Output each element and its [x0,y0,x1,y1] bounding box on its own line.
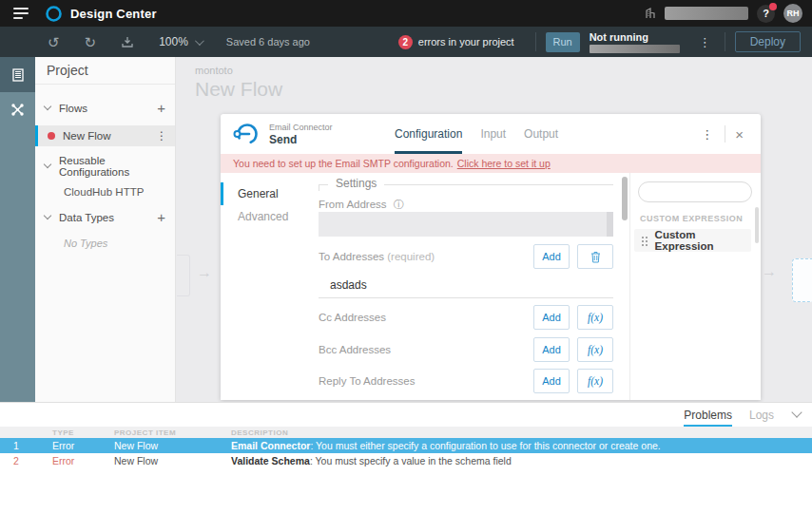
masked-account-name [665,7,748,20]
problem-row[interactable]: 2 Error New Flow Validate Schema: You mu… [0,453,812,468]
help-label: ? [763,8,769,19]
add-to-address-button[interactable]: Add [533,244,570,269]
tab-configuration[interactable]: Configuration [395,114,462,154]
breadcrumb[interactable]: montoto [195,65,233,76]
from-address-label: From Address ⓘ [319,198,404,212]
run-button[interactable]: Run [546,32,580,52]
toolbar-divider [725,32,725,51]
banner-setup-link[interactable]: Click here to set it up [457,158,551,169]
flow-node-email-send[interactable] [792,258,812,302]
avatar[interactable]: RH [783,4,802,23]
required-hint: (required) [387,251,435,262]
run-status-label: Not running [590,31,680,43]
email-connector-icon [232,120,261,148]
zoom-level: 100% [159,35,188,48]
expression-palette: CUSTOM EXPRESSION Custom Expression [629,173,761,400]
palette-search-input[interactable] [638,181,752,202]
connector-type-label: Email Connector [269,123,333,132]
cc-expression-button[interactable]: f(x) [577,305,613,330]
to-address-input[interactable] [319,272,613,298]
close-icon[interactable]: × [729,126,749,143]
tab-problems[interactable]: Problems [684,403,732,427]
error-count-label: errors in your project [418,36,514,48]
problem-row[interactable]: 1 Error New Flow Email Connector: You mu… [0,438,812,453]
flow-node-partial[interactable] [177,255,190,296]
settings-legend: Settings [328,177,384,190]
palette-section-header: CUSTOM EXPRESSION [640,214,761,223]
tree-section-data-types[interactable]: Data Types + [35,207,175,227]
tree-item-cloudhub-http[interactable]: CloudHub HTTP [35,181,175,201]
row-type: Error [52,440,114,451]
settings-form: Settings From Address ⓘ To Addresses (re… [319,173,613,400]
tab-output[interactable]: Output [524,114,558,154]
data-types-label: Data Types [59,212,114,223]
from-address-field[interactable] [319,212,613,237]
redo-icon[interactable]: ↻ [85,35,97,49]
smtp-warning-banner: You need to set up the Email SMTP config… [221,154,761,173]
tab-logs[interactable]: Logs [749,403,774,427]
flow-options-kebab-icon[interactable]: ⋮ [156,129,167,143]
add-flow-button[interactable]: + [157,101,165,115]
email-send-dialog: Email Connector Send Configuration Input… [221,114,761,400]
collapse-panel-icon[interactable] [791,407,802,417]
row-description: Validate Schema: You must specify a valu… [231,455,812,466]
delete-to-address-button[interactable] [577,244,613,269]
row-project-item: New Flow [114,455,231,466]
trash-icon [590,251,601,263]
rail-project-explorer[interactable] [0,57,35,92]
no-types-label: No Types [64,238,107,249]
tree-item-new-flow[interactable]: New Flow ⋮ [35,125,175,146]
deploy-button[interactable]: Deploy [735,31,801,52]
undo-icon[interactable]: ↺ [48,35,60,49]
drag-handle-icon[interactable] [641,236,648,246]
add-reply-to-address-button[interactable]: Add [533,369,570,393]
palette-scrollbar[interactable] [755,207,759,243]
run-options-kebab-icon[interactable]: ⋮ [695,35,715,49]
reply-to-addresses-row: Reply To Addresses Add f(x) [319,367,613,395]
no-types-placeholder: No Types [35,233,175,253]
nav-general[interactable]: General [221,182,316,205]
bcc-expression-button[interactable]: f(x) [577,337,613,362]
add-bcc-address-button[interactable]: Add [533,337,570,362]
add-data-type-button[interactable]: + [157,210,165,224]
notification-dot [769,3,777,10]
nav-advanced[interactable]: Advanced [221,205,316,228]
form-scrollbar[interactable] [622,177,628,396]
bcc-addresses-row: Bcc Addresses Add f(x) [319,335,613,364]
dialog-body: General Advanced Settings From Address ⓘ… [221,173,761,400]
project-panel: Project Flows + New Flow ⋮ Reusable Conf… [35,57,176,402]
custom-expression-item[interactable]: Custom Expression [634,229,751,252]
left-rail [0,57,35,402]
chevron-down-icon [44,103,51,110]
zoom-control[interactable]: 100% [159,35,202,48]
organization-icon [645,8,656,19]
info-icon[interactable]: ⓘ [394,199,404,210]
from-address-label-text: From Address [319,199,387,210]
avatar-initials: RH [787,9,800,18]
export-icon[interactable] [121,35,134,48]
reply-to-expression-button[interactable]: f(x) [577,369,613,393]
tab-input[interactable]: Input [480,114,506,154]
add-cc-address-button[interactable]: Add [533,305,570,330]
hamburger-menu-icon[interactable] [13,8,29,19]
chevron-down-icon [44,161,51,168]
dialog-kebab-icon[interactable]: ⋮ [693,127,721,142]
topbar: Design Center ? RH [0,0,812,27]
column-project-item: PROJECT ITEM [114,428,231,437]
row-description: Email Connector: You must either specify… [231,440,812,451]
banner-text: You need to set up the Email SMTP config… [233,158,454,169]
tree-section-flows[interactable]: Flows + [35,98,175,118]
dialog-header: Email Connector Send Configuration Input… [221,114,761,154]
row-number: 2 [0,455,52,466]
chevron-down-icon [44,212,51,219]
app-title: Design Center [70,7,157,21]
flow-canvas: montoto New Flow → → Email Connector Sen… [176,57,812,402]
column-description: DESCRIPTION [231,428,812,437]
dialog-tabs: Configuration Input Output [395,114,558,154]
rail-tools[interactable] [0,92,35,127]
error-count-badge[interactable]: 2 [398,35,413,49]
tree-section-reusable-configurations[interactable]: Reusable Configurations [35,156,175,176]
help-button[interactable]: ? [757,5,775,23]
bcc-addresses-label: Bcc Addresses [319,344,391,355]
page-title: New Flow [195,78,282,101]
